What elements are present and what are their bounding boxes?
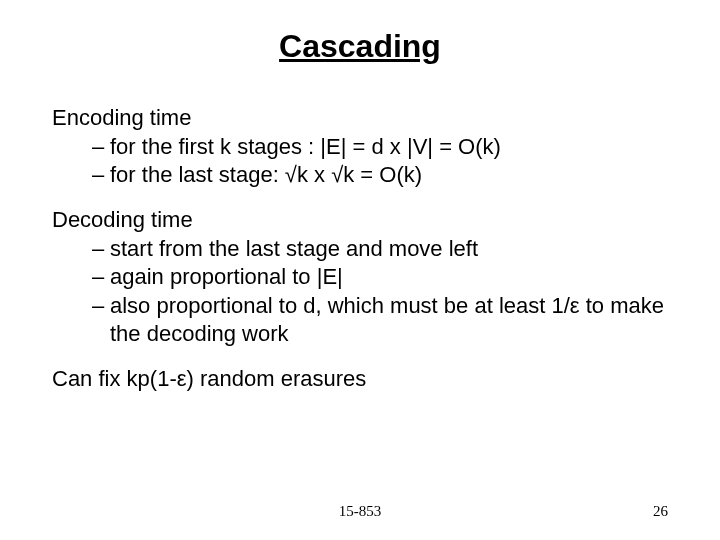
slide: Cascading Encoding time –for the first k… <box>0 0 720 540</box>
list-item: –for the first k stages : |E| = d x |V| … <box>92 133 668 161</box>
closing-line: Can fix kp(1-ε) random erasures <box>52 366 668 392</box>
bullet-text: for the first k stages : |E| = d x |V| =… <box>110 133 664 161</box>
page-title: Cascading <box>52 28 668 65</box>
section-heading-encoding: Encoding time <box>52 105 668 131</box>
list-item: –also proportional to d, which must be a… <box>92 292 668 348</box>
bullet-text: for the last stage: √k x √k = O(k) <box>110 161 664 189</box>
bullet-text: again proportional to |E| <box>110 263 664 291</box>
footer-course: 15-853 <box>0 503 720 520</box>
list-item: –start from the last stage and move left <box>92 235 668 263</box>
bullet-text: start from the last stage and move left <box>110 235 664 263</box>
list-item: –again proportional to |E| <box>92 263 668 291</box>
bullet-text: also proportional to d, which must be at… <box>110 292 664 348</box>
list-item: –for the last stage: √k x √k = O(k) <box>92 161 668 189</box>
section-heading-decoding: Decoding time <box>52 207 668 233</box>
bullet-list-encoding: –for the first k stages : |E| = d x |V| … <box>52 133 668 189</box>
footer-page-number: 26 <box>653 503 668 520</box>
bullet-list-decoding: –start from the last stage and move left… <box>52 235 668 348</box>
